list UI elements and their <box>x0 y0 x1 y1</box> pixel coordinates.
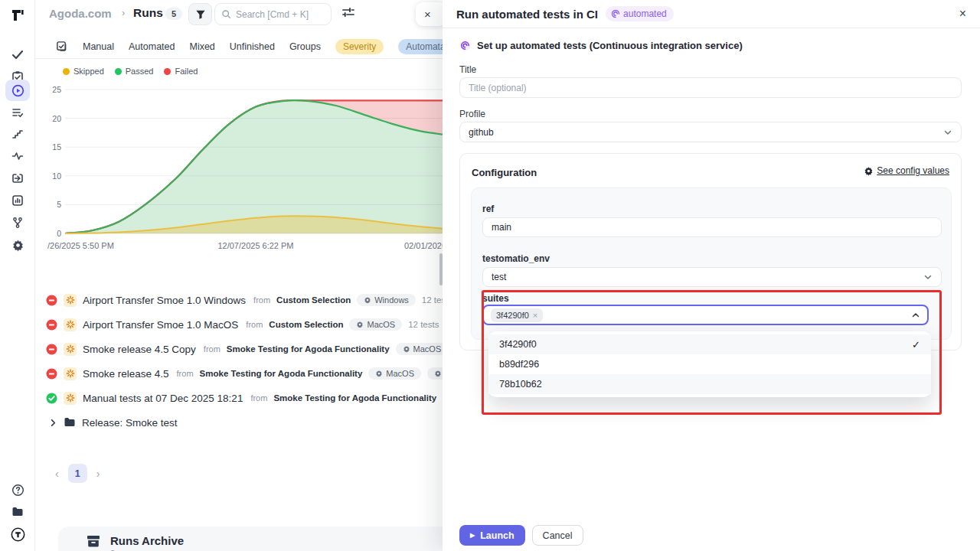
env-select[interactable]: test <box>482 267 942 287</box>
search-box[interactable] <box>214 3 332 25</box>
run-title: Smoke release 4.5 Copy <box>83 344 196 355</box>
pulse-icon <box>11 150 24 162</box>
tab-severity[interactable]: Severity <box>335 39 384 54</box>
profile-select[interactable]: github <box>459 122 962 142</box>
gear-icon <box>356 321 364 328</box>
search-input[interactable] <box>236 9 320 20</box>
sidebar-item-analytics[interactable] <box>5 190 30 211</box>
suites-label: suites <box>482 293 509 304</box>
tab-automated[interactable]: Automated <box>129 41 175 52</box>
cancel-button[interactable]: Cancel <box>532 525 583 546</box>
git-branch-icon <box>11 217 24 229</box>
run-row[interactable]: Smoke release 4.5 CopyfromSmoke Testing … <box>46 337 475 361</box>
close-icon: × <box>424 8 431 21</box>
drawer-close-button[interactable]: × <box>959 8 966 20</box>
remove-tag-icon[interactable]: × <box>533 311 537 320</box>
app-logo[interactable] <box>5 5 30 26</box>
x-tick: 12/07/2025 6:22 PM <box>217 241 293 250</box>
sidebar-item-pulse[interactable] <box>5 145 30 167</box>
prev-page-button[interactable]: ‹ <box>55 468 59 480</box>
current-page[interactable]: 1 <box>68 464 87 483</box>
gear-icon <box>864 166 874 176</box>
filter-button[interactable] <box>188 3 212 25</box>
run-source: Custom Selection <box>276 295 351 305</box>
platform-badge: MacOS <box>368 367 421 380</box>
runs-count-badge: 5 <box>165 8 182 20</box>
passed-status-icon <box>46 393 57 404</box>
sidebar-item-account[interactable] <box>5 523 30 545</box>
y-tick: 20 <box>46 114 61 123</box>
tab-manual[interactable]: Manual <box>83 41 114 52</box>
legend-dot <box>115 68 122 75</box>
sidebar-item-help[interactable] <box>5 479 30 500</box>
see-config-values-link[interactable]: See config values <box>864 165 949 176</box>
configuration-fields: ref testomatio_env test suites 3f4290f0 … <box>471 187 952 340</box>
profile-label: Profile <box>459 109 485 119</box>
scheduled-run-icon <box>64 343 77 356</box>
next-page-button[interactable]: › <box>96 468 100 480</box>
scheduled-run-icon <box>64 294 77 307</box>
run-row[interactable]: Smoke release 4.5fromSmoke Testing for A… <box>46 361 475 386</box>
y-tick: 15 <box>46 142 61 152</box>
view-options-button[interactable] <box>341 5 355 22</box>
run-source: Smoke Testing for Agoda Functionality <box>200 369 363 378</box>
panel-close-button[interactable]: × <box>416 2 446 26</box>
sidebar <box>0 0 35 551</box>
check-icon: ✓ <box>912 339 920 350</box>
env-label: testomatio_env <box>482 253 550 264</box>
chevron-right-icon[interactable] <box>49 419 57 427</box>
y-tick: 10 <box>46 171 61 181</box>
launch-button[interactable]: ▶ Launch <box>459 525 525 546</box>
chart-legend: SkippedPassedFailed <box>63 67 198 76</box>
runs-trend-chart: SkippedPassedFailed 0510152025 /26/2025 … <box>46 65 475 256</box>
sidebar-item-plans[interactable] <box>5 102 30 123</box>
sidebar-item-settings[interactable] <box>5 234 30 256</box>
suites-option-78b10b62[interactable]: 78b10b62 <box>488 374 931 394</box>
run-row[interactable]: Manual tests at 07 Dec 2025 18:21fromSmo… <box>46 386 475 410</box>
title-label: Title <box>459 64 476 75</box>
drawer-header: Run automated tests in CI automated × <box>443 0 980 28</box>
setup-heading: Set up automated tests (Continuous integ… <box>477 40 743 51</box>
run-automated-tests-drawer: Run automated tests in CI automated × Se… <box>443 0 980 551</box>
list-check-icon <box>11 106 24 119</box>
ref-input[interactable] <box>482 217 942 237</box>
select-runs-icon[interactable] <box>56 41 67 52</box>
failed-status-icon <box>46 295 57 306</box>
run-title: Smoke release 4.5 <box>83 368 169 380</box>
runs-archive-card[interactable]: Runs Archive 8 runs <box>58 527 450 551</box>
drawer-title: Run automated tests in CI <box>456 8 598 21</box>
tab-groups[interactable]: Groups <box>289 41 321 52</box>
failed-status-icon <box>46 368 57 380</box>
sidebar-item-branches[interactable] <box>5 212 30 233</box>
suite-tag: 3f4290f0 × <box>491 308 543 322</box>
tab-mixed[interactable]: Mixed <box>189 41 214 52</box>
failed-status-icon <box>46 344 57 355</box>
suites-option-b89df296[interactable]: b89df296 <box>488 354 931 374</box>
analytics-icon <box>11 194 24 207</box>
play-circle-icon <box>11 84 24 97</box>
automated-badge-label: automated <box>623 8 667 19</box>
tab-unfinished[interactable]: Unfinished <box>230 41 275 52</box>
scheduled-run-icon <box>64 392 77 405</box>
run-row[interactable]: Airport Transfer Smoe 1.0 MacOSfromCusto… <box>46 312 475 337</box>
scheduled-run-icon <box>64 318 77 331</box>
launch-label: Launch <box>480 530 514 541</box>
run-source: Custom Selection <box>269 320 343 329</box>
suites-option-3f4290f0[interactable]: 3f4290f0✓ <box>488 334 931 354</box>
title-input[interactable] <box>459 77 962 98</box>
configuration-card: Configuration See config values ref test… <box>459 153 962 350</box>
sidebar-item-tests[interactable] <box>5 44 30 65</box>
folder-title: Release: Smoke test <box>82 417 178 429</box>
sidebar-item-runs[interactable] <box>5 80 30 101</box>
breadcrumb-project[interactable]: Agoda.com <box>49 7 112 20</box>
suites-multiselect[interactable]: 3f4290f0 × <box>482 305 929 325</box>
run-row[interactable]: Release: Smoke test <box>46 410 475 435</box>
run-title: Airport Transfer Smoe 1.0 MacOS <box>83 319 238 331</box>
sidebar-item-import[interactable] <box>5 168 30 189</box>
run-row[interactable]: Airport Transfer Smoe 1.0 WindowsfromCus… <box>46 288 475 312</box>
platform-badge: MacOS <box>396 343 449 355</box>
sidebar-item-milestones[interactable] <box>5 123 30 145</box>
steps-icon <box>11 128 24 140</box>
legend-passed: Passed <box>115 67 154 76</box>
sidebar-item-projects[interactable] <box>5 501 30 523</box>
